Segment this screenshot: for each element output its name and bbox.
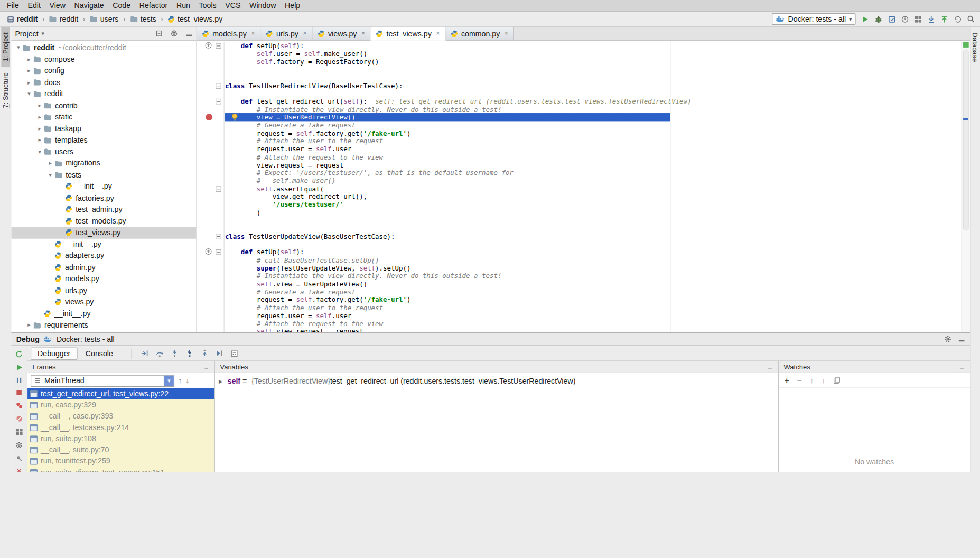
stepOver-icon[interactable] — [155, 349, 163, 357]
frame-item[interactable]: __call__, testcases.py:214 — [27, 422, 214, 433]
chevron-right-icon[interactable]: ▸ — [35, 103, 43, 109]
code-line[interactable] — [225, 240, 962, 248]
bug-icon[interactable] — [874, 15, 882, 23]
frame-item[interactable]: test_get_redirect_url, test_views.py:22 — [27, 388, 214, 399]
chevron-down-icon[interactable]: ▼ — [164, 375, 174, 386]
code-line[interactable]: self.assertEqual( — [225, 185, 962, 193]
vcsDown-icon[interactable] — [928, 15, 935, 23]
frame-item[interactable]: run, case.py:329 — [27, 399, 214, 411]
profiler-icon[interactable] — [901, 15, 909, 23]
fold-icon[interactable] — [216, 234, 221, 239]
tree-item-test-views-py[interactable]: test_views.py — [11, 227, 196, 238]
tree-item-contrib[interactable]: ▸contrib — [11, 100, 196, 111]
fold-icon[interactable] — [216, 43, 221, 49]
frame-item[interactable]: __call__, suite.py:70 — [27, 444, 214, 455]
frame-item[interactable]: run_suite, django_test_runner.py:151 — [27, 467, 214, 472]
code-line[interactable]: # Attach the request to the view — [225, 153, 962, 161]
code-line[interactable]: # self.make_user() — [225, 177, 962, 185]
closeRed-icon[interactable] — [16, 468, 23, 472]
vcsUp-icon[interactable] — [940, 15, 948, 23]
menu-help[interactable]: Help — [281, 1, 305, 11]
tree-item-taskapp[interactable]: ▸taskapp — [11, 123, 196, 134]
thread-selector[interactable]: MainThread ▼ — [31, 375, 174, 386]
tree-item-admin-py[interactable]: admin.py — [11, 262, 196, 273]
hide-panel-icon[interactable] — [958, 336, 965, 342]
tree-item-urls-py[interactable]: urls.py — [11, 285, 196, 296]
code-line[interactable]: def setUp(self): — [225, 42, 962, 50]
code-line[interactable] — [225, 73, 962, 81]
code-line[interactable]: self.view = UserUpdateView() — [225, 280, 962, 288]
previous-frame-icon[interactable]: ↑ — [178, 376, 182, 385]
tree-item-init-py[interactable]: __init__.py — [11, 238, 196, 250]
menu-file[interactable]: File — [3, 1, 23, 11]
tree-item-users[interactable]: ▾users — [11, 146, 196, 157]
tree-item-templates[interactable]: ▸templates — [11, 134, 196, 146]
project-panel-title[interactable]: Project — [15, 29, 38, 38]
override-icon[interactable] — [205, 42, 212, 49]
variable-row[interactable]: ▶self = {TestUserRedirectView} test_get_… — [215, 376, 778, 387]
search-icon[interactable] — [967, 15, 975, 23]
tree-item-init-py[interactable]: __init__.py — [11, 308, 196, 319]
menu-vcs[interactable]: VCS — [221, 1, 245, 11]
code-line[interactable] — [225, 217, 962, 225]
tree-item-requirements[interactable]: ▸requirements — [11, 319, 196, 331]
inspection-status-icon[interactable] — [963, 42, 969, 48]
play-icon[interactable] — [15, 364, 23, 371]
tab-urls-py[interactable]: urls.py× — [260, 27, 312, 40]
debug-tab-console[interactable]: Console — [79, 347, 120, 360]
code-line[interactable]: ) — [225, 209, 962, 217]
menu-refactor[interactable]: Refactor — [135, 1, 172, 11]
tree-item-factories-py[interactable]: factories.py — [11, 192, 196, 204]
code-line[interactable]: def setUp(self): — [225, 248, 962, 256]
tool-stripe-7-structure[interactable]: 7: Structure — [1, 67, 10, 114]
gear-icon[interactable] — [170, 30, 178, 38]
close-icon[interactable]: × — [251, 30, 255, 37]
runToCursor-icon[interactable] — [216, 349, 223, 357]
chevron-down-icon[interactable]: ▾ — [14, 44, 22, 51]
tree-item-test-models-py[interactable]: test_models.py — [11, 215, 196, 227]
code-line[interactable]: # Expect: '/users/testuser/', as that is… — [225, 169, 962, 177]
collapse-all-icon[interactable] — [156, 30, 163, 37]
code-line[interactable] — [225, 66, 962, 73]
chevron-right-icon[interactable]: ▸ — [25, 322, 33, 328]
code-line[interactable]: def test_get_redirect_url(self): self: t… — [225, 97, 962, 105]
bpMute-icon[interactable] — [15, 415, 23, 422]
chevron-right-icon[interactable]: ▸ — [35, 137, 43, 143]
tree-item-docs[interactable]: ▸docs — [11, 77, 196, 88]
breadcrumb-item-users[interactable]: users — [88, 14, 120, 24]
panel-options-icon[interactable]: → — [959, 364, 965, 370]
close-icon[interactable]: × — [505, 30, 509, 37]
tab-views-py[interactable]: views.py× — [312, 27, 371, 40]
run-config-select[interactable]: Docker: tests - all ▾ — [772, 13, 856, 25]
frame-item[interactable]: __call__, case.py:393 — [27, 411, 214, 422]
play-icon[interactable] — [861, 15, 869, 23]
chevron-right-icon[interactable]: ▸ — [25, 79, 33, 86]
tree-item-config[interactable]: ▸config — [11, 65, 196, 77]
code-line[interactable]: request = self.factory.get('/fake-url') — [225, 129, 962, 137]
rerun-icon[interactable] — [15, 350, 23, 358]
stepInto-icon[interactable] — [171, 349, 179, 357]
tree-item-compose[interactable]: ▸compose — [11, 53, 196, 65]
tree-item-models-py[interactable]: models.py — [11, 273, 196, 285]
tree-item-reddit[interactable]: ▾reddit — [11, 88, 196, 100]
forceStep-icon[interactable] — [185, 349, 193, 357]
code-line[interactable]: super(TestUserUpdateView, self).setUp() — [225, 264, 962, 272]
tree-item-init-py[interactable]: __init__.py — [11, 181, 196, 192]
menu-code[interactable]: Code — [108, 1, 135, 11]
gear-icon[interactable] — [944, 335, 951, 343]
breadcrumb-item-test-views-py[interactable]: test_views.py — [166, 14, 225, 24]
chevron-right-icon[interactable]: ▸ — [35, 125, 43, 132]
tree-item-tests[interactable]: ▾tests — [11, 169, 196, 181]
menu-edit[interactable]: Edit — [23, 1, 45, 11]
code-line[interactable]: request = self.factory.get('/fake-url') — [225, 296, 962, 304]
grid-icon[interactable] — [914, 15, 922, 23]
fold-icon[interactable] — [216, 186, 221, 192]
tab-models-py[interactable]: models.py× — [197, 27, 261, 40]
tree-item-static[interactable]: ▸static — [11, 111, 196, 123]
tab-test-views-py[interactable]: test_views.py× — [371, 27, 445, 40]
gear-icon[interactable] — [15, 441, 23, 449]
copy-icon[interactable] — [833, 376, 841, 384]
code-line[interactable]: view.get_redirect_url(), — [225, 193, 962, 201]
scrollbar-thumb[interactable] — [963, 49, 969, 230]
tool-stripe-1-project[interactable]: 1: Project — [1, 27, 10, 67]
